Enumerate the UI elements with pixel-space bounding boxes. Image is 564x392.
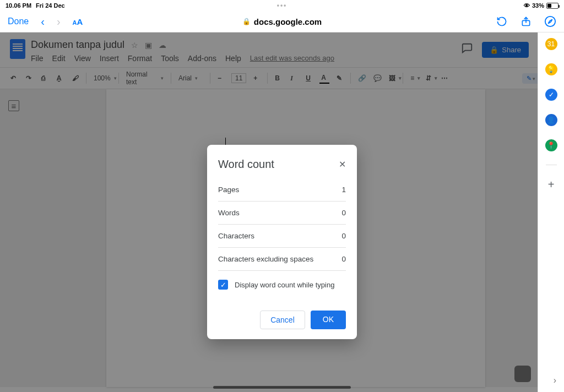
docs-logo-icon[interactable]: [10, 39, 25, 59]
tasks-addon-icon[interactable]: ✓: [545, 89, 557, 101]
comments-icon[interactable]: [461, 42, 473, 57]
star-icon[interactable]: ☆: [131, 41, 138, 50]
line-spacing-button[interactable]: ⇵: [424, 73, 434, 83]
svg-marker-2: [548, 19, 552, 23]
insert-comment-button[interactable]: 💬: [372, 73, 382, 83]
reload-button[interactable]: [496, 15, 508, 28]
checkbox-label: Display word count while typing: [235, 281, 334, 289]
spellcheck-button[interactable]: A̱: [55, 73, 65, 83]
lock-icon: 🔒: [490, 46, 498, 54]
stat-characters-no-spaces: Characters excluding spaces 0: [218, 248, 346, 271]
lock-icon: 🔒: [242, 18, 251, 25]
safari-nav-bar: Done ‹ › AA 🔒 docs.google.com: [0, 11, 564, 32]
menu-tools[interactable]: Tools: [161, 54, 179, 63]
stat-label: Pages: [218, 186, 239, 194]
italic-button[interactable]: I: [289, 73, 299, 84]
share-icon[interactable]: [520, 15, 532, 28]
svg-point-1: [545, 17, 555, 26]
dialog-title: Word count: [218, 158, 274, 171]
stat-value: 0: [341, 209, 346, 217]
font-family-select[interactable]: Arial: [177, 73, 204, 83]
ok-button[interactable]: OK: [311, 311, 346, 329]
stat-label: Characters excluding spaces: [218, 255, 313, 263]
battery-icon: [546, 3, 558, 9]
share-button[interactable]: 🔒 Share: [482, 42, 529, 58]
close-icon[interactable]: ✕: [339, 159, 346, 170]
zoom-select[interactable]: 100%: [92, 73, 113, 83]
highlight-button[interactable]: ✎: [335, 73, 345, 83]
paragraph-style-select[interactable]: Normal text: [124, 69, 165, 87]
text-size-button[interactable]: AA: [73, 17, 83, 26]
explore-button[interactable]: [514, 366, 531, 382]
stat-value: 0: [341, 232, 346, 240]
font-size-decrease[interactable]: −: [216, 73, 226, 83]
font-size-input[interactable]: 11: [231, 73, 246, 83]
underline-button[interactable]: U: [304, 73, 314, 83]
stat-pages: Pages 1: [218, 178, 346, 202]
docs-app: Dokumen tanpa judul ☆ ▣ ☁ File Edit View…: [0, 32, 564, 392]
menu-view[interactable]: View: [74, 54, 91, 63]
paint-format-button[interactable]: 🖌: [70, 73, 80, 83]
bold-button[interactable]: B: [273, 73, 283, 83]
stat-label: Words: [218, 209, 240, 217]
collapse-side-panel-button[interactable]: ›: [554, 375, 556, 385]
display-while-typing-row[interactable]: ✓ Display word count while typing: [218, 280, 346, 290]
done-button[interactable]: Done: [8, 17, 29, 26]
insert-image-button[interactable]: 🖼: [387, 73, 397, 83]
redo-button[interactable]: ↷: [24, 73, 34, 83]
battery-percent: 33%: [532, 2, 544, 9]
home-indicator[interactable]: [213, 386, 351, 389]
compass-icon[interactable]: [544, 15, 556, 28]
side-panel: 31 💡 ✓ 👤 📍 + ›: [538, 32, 564, 392]
align-button[interactable]: ≡: [409, 73, 419, 83]
multitask-dots-icon[interactable]: •••: [277, 2, 288, 9]
cloud-status-icon: ☁: [159, 41, 166, 50]
back-button[interactable]: ‹: [41, 15, 45, 28]
status-time: 10.06 PM: [6, 2, 31, 9]
text-color-button[interactable]: A: [319, 73, 329, 84]
get-addons-button[interactable]: +: [548, 178, 555, 191]
checkbox-checked-icon[interactable]: ✓: [218, 280, 228, 290]
last-edit-link[interactable]: Last edit was seconds ago: [250, 54, 334, 63]
address-url: docs.google.com: [254, 17, 322, 26]
ipad-status-bar: 10.06 PM Fri 24 Dec ••• 👁 33%: [0, 0, 564, 11]
share-label: Share: [502, 46, 521, 54]
move-to-folder-icon[interactable]: ▣: [145, 41, 152, 50]
menu-addons[interactable]: Add-ons: [188, 54, 216, 63]
address-bar[interactable]: 🔒 docs.google.com: [242, 17, 322, 26]
keep-addon-icon[interactable]: 💡: [545, 63, 557, 75]
calendar-addon-icon[interactable]: 31: [545, 38, 557, 50]
docs-toolbar: ↶ ↷ ⎙ A̱ 🖌 100% Normal text Arial − 11 +…: [0, 67, 564, 89]
forward-button: ›: [57, 15, 61, 28]
stat-label: Characters: [218, 232, 254, 240]
menu-help[interactable]: Help: [225, 54, 241, 63]
menu-bar: File Edit View Insert Format Tools Add-o…: [31, 54, 334, 63]
stat-value: 0: [341, 255, 346, 263]
undo-button[interactable]: ↶: [9, 73, 19, 83]
maps-addon-icon[interactable]: 📍: [545, 139, 557, 151]
word-count-dialog: Word count ✕ Pages 1 Words 0 Characters …: [207, 145, 357, 339]
docs-header: Dokumen tanpa judul ☆ ▣ ☁ File Edit View…: [0, 32, 564, 63]
cancel-button[interactable]: Cancel: [260, 311, 305, 329]
stat-value: 1: [341, 186, 346, 194]
insert-link-button[interactable]: 🔗: [356, 73, 366, 83]
privacy-icon: 👁: [524, 2, 530, 9]
print-button[interactable]: ⎙: [40, 73, 50, 83]
more-tools-button[interactable]: ⋯: [440, 73, 449, 83]
stat-words: Words 0: [218, 202, 346, 225]
menu-format[interactable]: Format: [128, 54, 152, 63]
font-size-increase[interactable]: +: [252, 73, 262, 83]
status-date: Fri 24 Dec: [36, 2, 65, 9]
document-title[interactable]: Dokumen tanpa judul: [31, 39, 124, 51]
contacts-addon-icon[interactable]: 👤: [545, 114, 557, 126]
menu-insert[interactable]: Insert: [100, 54, 119, 63]
stat-characters: Characters 0: [218, 225, 346, 248]
menu-file[interactable]: File: [31, 54, 44, 63]
menu-edit[interactable]: Edit: [52, 54, 66, 63]
outline-icon[interactable]: ≡: [8, 100, 19, 111]
